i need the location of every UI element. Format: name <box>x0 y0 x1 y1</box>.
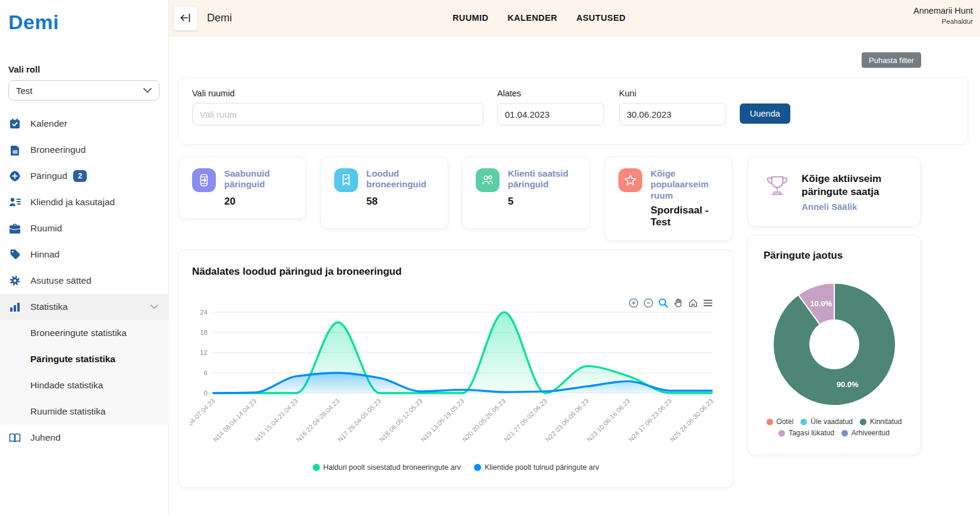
date-from-label: Alates <box>497 89 521 98</box>
donut-slice-label: 10.0% <box>810 299 832 308</box>
arrow-left-bar-icon <box>180 12 191 25</box>
date-from-input[interactable] <box>497 103 604 125</box>
filter-card: Vali ruumid Alates Kuni Uuenda <box>178 77 968 145</box>
date-to-label: Kuni <box>619 89 636 98</box>
stat-card-popular-room: Kõige populaarseim ruum Spordisaal - Tes… <box>605 156 733 241</box>
role-select[interactable]: Test <box>8 80 159 101</box>
room-filter-input[interactable] <box>192 103 483 125</box>
sidebar-subitem-broneeringute-statistika[interactable]: Broneeringute statistika <box>0 320 169 346</box>
bookings-icon <box>8 143 21 156</box>
sub-item-label: Ruumide statistika <box>30 406 106 417</box>
svg-text:12: 12 <box>200 349 208 356</box>
legend-item[interactable]: Tagasi lükatud <box>778 429 834 437</box>
chart-title: Nädalates loodud päringud ja broneeringu… <box>192 266 401 278</box>
sidebar-item-broneeringud[interactable]: Broneeringud 2 <box>0 137 169 163</box>
nav-ruumid[interactable]: RUUMID <box>453 13 488 23</box>
legend-item[interactable]: Halduri poolt sisestatud broneeringute a… <box>313 463 461 472</box>
user-role: Peahaldur <box>913 18 973 25</box>
sidebar-subitem-hindade-statistika[interactable]: Hindade statistika <box>0 372 169 398</box>
app-logo: Demi <box>8 11 59 34</box>
update-button[interactable]: Uuenda <box>740 103 790 124</box>
role-select-label: Vali roll <box>8 64 40 74</box>
sidebar-item-ruumid[interactable]: Ruumid <box>0 215 169 241</box>
legend-item[interactable]: Üle vaadatud <box>800 417 853 426</box>
sidebar-item-paringud[interactable]: Päringud 2 <box>0 163 169 189</box>
book-icon <box>8 431 21 444</box>
sidebar-subitem-paringute-statistika[interactable]: Päringute statistika <box>0 346 169 372</box>
prices-icon <box>8 248 21 261</box>
sub-item-label: Hindade statistika <box>30 380 103 391</box>
request-distribution-card: Päringute jaotus 90.0%10.0% OotelÜle vaa… <box>747 235 921 455</box>
sidebar-item-label: Juhend <box>30 432 61 443</box>
legend-dot <box>767 419 773 425</box>
legend-label: Tagasi lükatud <box>789 429 834 437</box>
svg-text:N22 03.06-09.06.23: N22 03.06-09.06.23 <box>544 397 590 443</box>
svg-text:18: 18 <box>200 329 208 336</box>
sidebar-subitem-ruumide-statistika[interactable]: Ruumide statistika <box>0 398 169 425</box>
stat-label: Saabunuid päringuid <box>224 168 288 190</box>
legend-label: Klientide poolt tulnud päringute arv <box>485 463 599 472</box>
svg-text:N14 08.04-14.04.23: N14 08.04-14.04.23 <box>212 397 257 443</box>
sub-item-label: Broneeringute statistika <box>30 328 127 338</box>
created-bookings-icon <box>334 168 358 192</box>
stat-card-client-requests: Klienti saatsid päringuid 5 <box>462 156 590 229</box>
legend-item[interactable]: Arhiveeritud <box>841 429 890 437</box>
svg-text:N15 15.04-21.04.23: N15 15.04-21.04.23 <box>253 397 299 443</box>
legend-label: Ootel <box>777 417 794 426</box>
stat-label: Klienti saatsid päringuid <box>508 168 572 190</box>
sidebar-item-label: Asutuse sätted <box>30 275 92 286</box>
legend-dot <box>313 464 320 471</box>
nav-asutused[interactable]: ASUTUSED <box>576 13 626 23</box>
date-to-input[interactable] <box>619 103 726 125</box>
legend-dot <box>800 419 807 425</box>
sidebar-item-asutuse-satted[interactable]: Asutuse sätted <box>0 268 169 294</box>
sidebar-item-kalender[interactable]: Kalender <box>0 111 169 137</box>
donut-chart-title: Päringute jaotus <box>764 250 843 262</box>
nav-kalender[interactable]: KALENDER <box>507 13 557 23</box>
popular-room-icon <box>618 168 642 192</box>
trophy-icon <box>764 172 791 226</box>
legend-label: Halduri poolt sisestatud broneeringute a… <box>323 463 461 472</box>
line-area-chart[interactable]: 06121824N13 01.04-07.04.23N14 08.04-14.0… <box>190 297 723 447</box>
donut-slice-label: 90.0% <box>837 380 859 389</box>
sidebar-item-juhend[interactable]: Juhend <box>0 425 169 451</box>
sidebar-item-kliendid[interactable]: Kliendid ja kasutajad <box>0 189 169 215</box>
legend-dot <box>778 430 785 437</box>
stat-label: Loodud broneeringuid <box>366 168 431 190</box>
legend-item[interactable]: Ootel <box>767 417 794 426</box>
requests-icon <box>8 169 21 183</box>
svg-text:N23 10.06-16.06.23: N23 10.06-16.06.23 <box>585 397 631 443</box>
svg-text:24: 24 <box>200 309 208 316</box>
svg-text:N25 24.06-30.06.23: N25 24.06-30.06.23 <box>668 397 714 443</box>
role-select-value: Test <box>16 86 33 96</box>
svg-text:6: 6 <box>204 369 208 376</box>
donut-chart-legend: OotelÜle vaadatudKinnitatudTagasi lükatu… <box>759 417 909 437</box>
clear-filter-button[interactable]: Puhasta filter <box>862 52 921 68</box>
rooms-icon <box>8 222 21 235</box>
svg-text:N19 13.05-19.05.23: N19 13.05-19.05.23 <box>419 397 465 443</box>
page-title: Demi <box>207 12 232 24</box>
legend-item[interactable]: Klientide poolt tulnud päringute arv <box>474 463 599 472</box>
donut-chart[interactable]: 90.0%10.0% <box>769 279 900 410</box>
sidebar-item-statistika[interactable]: Statistika <box>0 294 169 320</box>
paringud-count-badge: 2 <box>73 170 87 182</box>
svg-text:N17 29.04-05.05.23: N17 29.04-05.05.23 <box>336 397 382 443</box>
top-sender-name: Anneli Säälik <box>802 202 910 212</box>
stat-value: Spordisaal - Test <box>651 205 719 229</box>
sidebar-item-label: Kalender <box>30 118 67 129</box>
sidebar-item-label: Hinnad <box>30 249 59 260</box>
app-root: Demi Vali roll Test Kalender Broneeringu… <box>0 0 980 515</box>
weekly-chart-card: Nädalates loodud päringud ja broneeringu… <box>178 250 733 488</box>
stat-value: 5 <box>508 196 576 208</box>
stat-card-created-bookings: Loodud broneeringuid 58 <box>321 156 448 229</box>
collapse-sidebar-button[interactable] <box>174 7 197 30</box>
user-info[interactable]: Annemarii Hunt Peahaldur <box>913 6 973 25</box>
line-chart-legend: Halduri poolt sisestatud broneeringute a… <box>179 463 733 472</box>
top-nav: RUUMID KALENDER ASUTUSED <box>453 13 626 23</box>
statistics-icon <box>8 300 21 313</box>
sidebar-item-hinnad[interactable]: Hinnad <box>0 241 169 268</box>
legend-dot <box>860 419 866 425</box>
sidebar-item-label: Broneeringud <box>30 145 86 155</box>
legend-item[interactable]: Kinnitatud <box>860 417 902 426</box>
stat-value: 20 <box>224 196 293 208</box>
